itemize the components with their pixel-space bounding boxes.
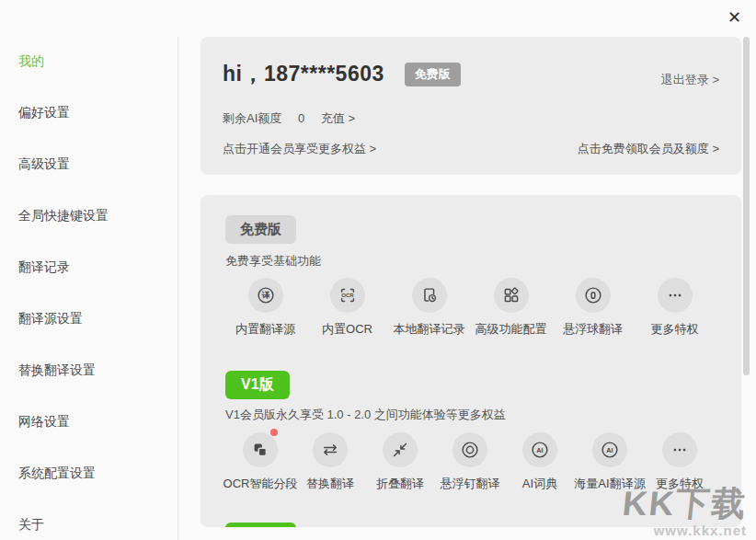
sidebar-item-my-account[interactable]: 我的 <box>18 53 44 70</box>
feature-replace-translation: 替换翻译 <box>295 432 365 492</box>
ocr-segment-icon <box>243 432 278 467</box>
settings-window: ✕ 我的 偏好设置 高级设置 全局快捷键设置 翻译记录 翻译源设置 替换翻译设置… <box>0 0 756 540</box>
close-icon[interactable]: ✕ <box>727 9 741 26</box>
feature-label: 高级功能配置 <box>475 321 547 338</box>
recharge-link[interactable]: 充值 > <box>321 111 355 125</box>
sidebar-item-global-hotkeys[interactable]: 全局快捷键设置 <box>18 208 109 224</box>
v2-badge-clipped <box>225 523 296 527</box>
free-plan-description: 免费享受基础功能 <box>225 253 321 270</box>
free-plan-badge: 免费版 <box>225 215 296 244</box>
ai-quota-label: 剩余AI额度 <box>223 111 281 125</box>
local-history-icon <box>412 278 447 313</box>
sidebar-item-system-config[interactable]: 系统配置设置 <box>18 465 96 482</box>
ocr-icon: OCR <box>330 278 365 313</box>
svg-text:AI: AI <box>536 446 543 454</box>
float-ball-icon <box>576 278 611 313</box>
notification-dot <box>270 429 278 436</box>
v1-plan-badge: V1版 <box>225 371 290 399</box>
logout-link[interactable]: 退出登录 > <box>661 72 719 88</box>
swap-icon <box>313 432 348 467</box>
feature-label: 海量AI翻译源 <box>574 476 645 492</box>
claim-free-membership-link[interactable]: 点击免费领取会员及额度 > <box>578 141 719 157</box>
v1-features-row: OCR智能分段 替换翻译 折叠翻译 <box>225 432 715 492</box>
sidebar-item-replace-translation[interactable]: 替换翻译设置 <box>18 362 96 379</box>
feature-ocr-segmentation: OCR智能分段 <box>225 432 295 492</box>
feature-label: 悬浮球翻译 <box>563 321 623 338</box>
account-card: hi，187****5603 免费版 退出登录 > 剩余AI额度 0 充值 > … <box>200 37 741 175</box>
ai-quota-row: 剩余AI额度 0 充值 > <box>223 110 355 127</box>
svg-text:译: 译 <box>260 291 269 300</box>
feature-local-history: 本地翻译记录 <box>388 278 470 338</box>
free-features-row: 译 内置翻译源 OCR 内置OCR <box>224 278 716 338</box>
account-greeting: hi，187****5603 <box>223 60 384 88</box>
feature-fold-translation: 折叠翻译 <box>365 432 435 492</box>
feature-label: 悬浮钉翻译 <box>441 476 500 492</box>
feature-builtin-sources: 译 内置翻译源 <box>224 278 306 338</box>
translate-icon: 译 <box>248 278 283 313</box>
fold-icon <box>383 432 418 467</box>
scrollbar-thumb[interactable] <box>743 37 750 375</box>
feature-more-privileges[interactable]: 更多特权 <box>634 278 716 338</box>
ai-quota-value: 0 <box>298 111 304 125</box>
pin-icon <box>452 432 487 467</box>
sidebar-item-translation-history[interactable]: 翻译记录 <box>18 259 70 276</box>
sidebar-item-preferences[interactable]: 偏好设置 <box>18 105 70 121</box>
v1-plan-description: V1会员版永久享受 1.0 - 2.0 之间功能体验等更多权益 <box>225 407 506 423</box>
feature-label: 内置翻译源 <box>235 321 295 338</box>
more-icon <box>662 432 697 467</box>
sidebar-item-network-settings[interactable]: 网络设置 <box>18 414 70 431</box>
svg-text:AI: AI <box>606 446 613 454</box>
open-membership-link[interactable]: 点击开通会员享受更多权益 > <box>223 141 376 157</box>
feature-label: 替换翻译 <box>306 476 354 492</box>
sidebar-item-about[interactable]: 关于 <box>18 517 44 534</box>
feature-label: OCR智能分段 <box>223 476 298 492</box>
ai-dict-icon: AI <box>522 432 557 467</box>
feature-more-privileges[interactable]: 更多特权 <box>645 432 715 492</box>
feature-label: 更多特权 <box>656 476 704 492</box>
feature-label: 更多特权 <box>651 321 699 338</box>
feature-builtin-ocr: OCR 内置OCR <box>306 278 388 338</box>
ai-sources-icon: AI <box>592 432 627 467</box>
advanced-grid-icon <box>494 278 529 313</box>
sidebar-item-translation-sources[interactable]: 翻译源设置 <box>18 311 83 327</box>
svg-text:OCR: OCR <box>341 293 354 298</box>
plan-badge: 免费版 <box>405 63 461 86</box>
sidebar-item-advanced-settings[interactable]: 高级设置 <box>18 156 70 173</box>
feature-float-ball: 悬浮球翻译 <box>552 278 634 338</box>
feature-ai-sources: AI 海量AI翻译源 <box>575 432 645 492</box>
feature-label: AI词典 <box>522 476 557 492</box>
feature-label: 内置OCR <box>322 321 372 338</box>
feature-label: 本地翻译记录 <box>394 321 465 338</box>
feature-advanced-config: 高级功能配置 <box>470 278 552 338</box>
feature-ai-dictionary: AI AI词典 <box>505 432 575 492</box>
more-icon <box>658 278 693 313</box>
plans-card: 免费版 免费享受基础功能 译 内置翻译源 OCR <box>200 195 741 527</box>
feature-label: 折叠翻译 <box>376 476 424 492</box>
sidebar-divider <box>178 37 178 540</box>
feature-pin-translation: 悬浮钉翻译 <box>435 432 505 492</box>
